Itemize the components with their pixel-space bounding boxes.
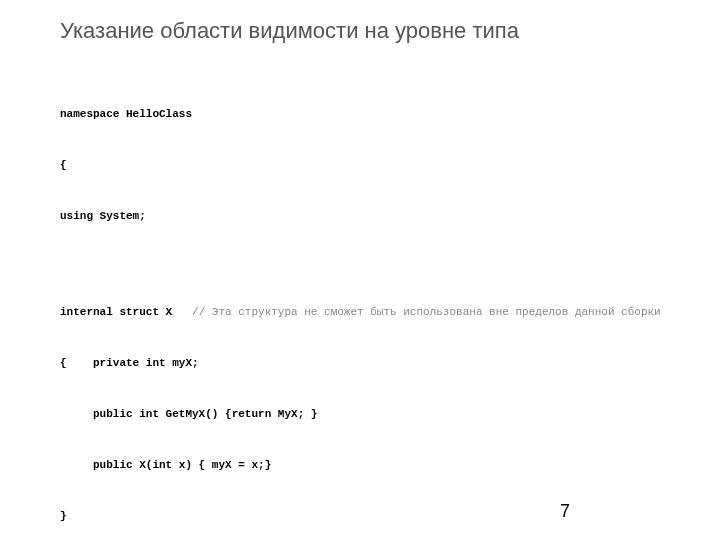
slide-title: Указание области видимости на уровне тип… (60, 18, 680, 44)
code-text: { private int myX; (60, 357, 199, 369)
code-text: namespace HelloClass (60, 108, 192, 120)
slide: Указание области видимости на уровне тип… (0, 0, 720, 540)
code-text: public int GetMyX() {return MyX; } (60, 408, 317, 420)
code-comment: // Эта структура не сможет быть использо… (192, 306, 661, 318)
code-line: namespace HelloClass (60, 106, 680, 123)
code-block: namespace HelloClass { using System; int… (60, 72, 680, 540)
page-number: 7 (560, 501, 570, 522)
code-line: internal struct X // Эта структура не см… (60, 304, 680, 321)
code-gap (60, 260, 680, 270)
code-text: { (60, 159, 67, 171)
code-text: } (60, 510, 67, 522)
code-line: public int GetMyX() {return MyX; } (60, 406, 680, 423)
code-line: using System; (60, 208, 680, 225)
code-text: public X(int x) { myX = x;} (60, 459, 271, 471)
code-line: public X(int x) { myX = x;} (60, 457, 680, 474)
code-line: } (60, 508, 680, 525)
code-line: { (60, 157, 680, 174)
code-line: { private int myX; (60, 355, 680, 372)
code-text: using System; (60, 210, 146, 222)
code-text: internal struct X (60, 306, 192, 318)
